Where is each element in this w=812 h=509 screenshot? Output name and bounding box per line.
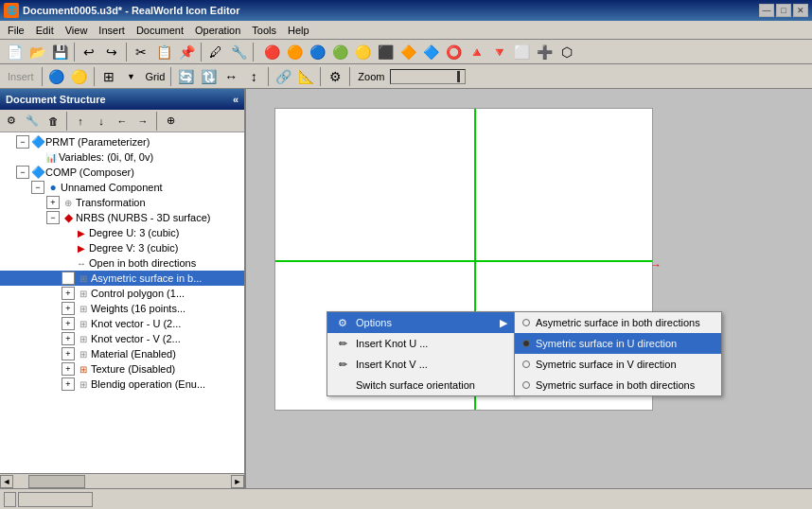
tree-item-knotvectu[interactable]: + ⊞ Knot vector - U (2... — [0, 316, 244, 331]
view3[interactable]: ↔ — [221, 66, 241, 87]
save-button[interactable]: 💾 — [49, 42, 70, 62]
shape3[interactable]: 🔵 — [307, 42, 327, 62]
sub-item-sym-v[interactable]: Symetric surface in V direction — [515, 354, 721, 375]
tree-item-degu[interactable]: ▶ Degree U: 3 (cubic) — [0, 225, 244, 240]
tree-item-prmt[interactable]: − 🔷 PRMT (Parameterizer) — [0, 134, 244, 149]
shape12[interactable]: ⬜ — [511, 42, 532, 62]
pt-btn-1[interactable]: ⚙ — [2, 113, 21, 130]
snap2[interactable]: 📐 — [295, 66, 316, 87]
ctx-insert-knot-v[interactable]: ✏ Insert Knot V ... — [327, 354, 515, 375]
tree-item-opendir[interactable]: ↔ Open in both directions — [0, 255, 244, 271]
shape4[interactable]: 🟢 — [329, 42, 350, 62]
render-btn[interactable]: ⚙ — [325, 66, 345, 87]
ctx-switch-orient[interactable]: Switch surface orientation — [327, 375, 515, 395]
panel-scrollbar[interactable]: ◄ ► — [0, 473, 244, 488]
tree-item-material[interactable]: + ⊞ Material (Enabled) — [0, 346, 244, 361]
zoom-slider[interactable] — [390, 69, 466, 84]
shape13[interactable]: ➕ — [534, 42, 555, 62]
tree-item-transform[interactable]: + ⊕ Transformation — [0, 195, 244, 210]
cut-button[interactable]: ✂ — [131, 42, 151, 62]
scroll-thumb[interactable] — [28, 475, 85, 488]
menu-help[interactable]: Help — [282, 23, 315, 38]
tool2-button[interactable]: 🔧 — [228, 42, 249, 62]
menu-tools[interactable]: Tools — [246, 23, 282, 38]
expander-weights[interactable]: + — [62, 302, 75, 315]
grid-btn[interactable]: ⊞ — [98, 66, 119, 87]
close-button[interactable]: ✕ — [793, 4, 808, 17]
menu-operation[interactable]: Operation — [189, 23, 246, 38]
new-button[interactable]: 📄 — [4, 42, 25, 62]
pt-btn-2[interactable]: 🔧 — [23, 113, 42, 130]
shape10[interactable]: 🔺 — [466, 42, 486, 62]
expander-prmt[interactable]: − — [16, 135, 29, 149]
pt-btn-5[interactable]: ↓ — [92, 113, 111, 130]
redo-button[interactable]: ↪ — [101, 42, 122, 62]
shape2[interactable]: 🟠 — [284, 42, 305, 62]
scroll-left[interactable]: ◄ — [0, 475, 13, 488]
expander-nurbs[interactable]: − — [46, 211, 60, 224]
expander-material[interactable]: + — [62, 347, 75, 360]
menu-file[interactable]: File — [2, 23, 30, 38]
expander-asymsurface[interactable]: + — [62, 272, 75, 285]
menu-view[interactable]: View — [60, 23, 94, 38]
maximize-button[interactable]: □ — [776, 4, 791, 17]
view1[interactable]: 🔄 — [175, 66, 196, 87]
paste-button[interactable]: 📌 — [176, 42, 197, 62]
shape11[interactable]: 🔻 — [488, 42, 509, 62]
undo-button[interactable]: ↩ — [79, 42, 99, 62]
open-button[interactable]: 📂 — [26, 42, 47, 62]
copy-button[interactable]: 📋 — [153, 42, 174, 62]
tree-item-weights[interactable]: + ⊞ Weights (16 points... — [0, 301, 244, 316]
shape6[interactable]: ⬛ — [375, 42, 396, 62]
insert-param[interactable]: 🟡 — [69, 66, 90, 87]
tree-item-unnamed[interactable]: − ● Unnamed Component — [0, 180, 244, 195]
view4[interactable]: ↕ — [243, 66, 264, 87]
tree-item-comp[interactable]: − 🔷 COMP (Composer) — [0, 165, 244, 180]
shape8[interactable]: 🔷 — [420, 42, 441, 62]
shape9[interactable]: ⭕ — [443, 42, 464, 62]
icon-degu: ▶ — [74, 225, 89, 240]
title-bar: 🌐 Document0005.u3d* - RealWorld Icon Edi… — [0, 0, 812, 21]
tree-item-blending[interactable]: + ⊞ Blendig operation (Enu... — [0, 377, 244, 392]
expander-transform[interactable]: + — [46, 196, 60, 209]
grid-opts[interactable]: ▼ — [121, 66, 142, 87]
snap1[interactable]: 🔗 — [273, 66, 293, 87]
expander-blending[interactable]: + — [62, 377, 75, 391]
sub-item-sym-both[interactable]: Symetric surface in both directions — [515, 375, 721, 395]
tree-item-ctrlpoly[interactable]: + ⊞ Control polygon (1... — [0, 286, 244, 301]
tree-item-knotvectv[interactable]: + ⊞ Knot vector - V (2... — [0, 331, 244, 346]
tree-item-nurbs[interactable]: − ◆ NRBS (NURBS - 3D surface) — [0, 210, 244, 225]
tree-item-asymsurface[interactable]: + ⊞ Asymetric surface in b... — [0, 271, 244, 286]
expander-knotvectv[interactable]: + — [62, 332, 75, 345]
scroll-right[interactable]: ► — [231, 475, 244, 488]
pt-btn-8[interactable]: ⊕ — [161, 113, 180, 130]
view2[interactable]: 🔃 — [198, 66, 219, 87]
tool1-button[interactable]: 🖊 — [205, 42, 226, 62]
sub-label-sym-v: Symetric surface in V direction — [536, 359, 677, 370]
panel-collapse-icon[interactable]: « — [233, 94, 238, 105]
expander-ctrlpoly[interactable]: + — [62, 287, 75, 300]
pt-btn-3[interactable]: 🗑 — [44, 113, 62, 130]
shape14[interactable]: ⬡ — [556, 42, 577, 62]
shape5[interactable]: 🟡 — [352, 42, 373, 62]
expander-comp[interactable]: − — [16, 166, 29, 179]
tree-item-degv[interactable]: ▶ Degree V: 3 (cubic) — [0, 240, 244, 255]
menu-insert[interactable]: Insert — [93, 23, 131, 38]
menu-edit[interactable]: Edit — [30, 23, 60, 38]
sub-item-asym-both[interactable]: Asymetric surface in both directions — [515, 312, 721, 333]
tree-item-texture[interactable]: + ⊞ Texture (Disabled) — [0, 361, 244, 377]
menu-document[interactable]: Document — [131, 23, 189, 38]
sub-item-sym-u[interactable]: Symetric surface in U direction — [515, 333, 721, 354]
pt-btn-7[interactable]: → — [133, 113, 152, 130]
expander-texture[interactable]: + — [62, 362, 75, 376]
expander-knotvectu[interactable]: + — [62, 317, 75, 330]
insert-nurbs[interactable]: 🔵 — [46, 66, 67, 87]
expander-unnamed[interactable]: − — [31, 181, 44, 194]
shape7[interactable]: 🔶 — [397, 42, 418, 62]
pt-btn-4[interactable]: ↑ — [71, 113, 90, 130]
ctx-insert-knot-u[interactable]: ✏ Insert Knot U ... — [327, 333, 515, 354]
shape1[interactable]: 🔴 — [261, 42, 282, 62]
minimize-button[interactable]: — — [759, 4, 774, 17]
pt-btn-6[interactable]: ← — [113, 113, 132, 130]
tree-item-vars[interactable]: 📊 Variables: (0i, 0f, 0v) — [0, 149, 244, 165]
